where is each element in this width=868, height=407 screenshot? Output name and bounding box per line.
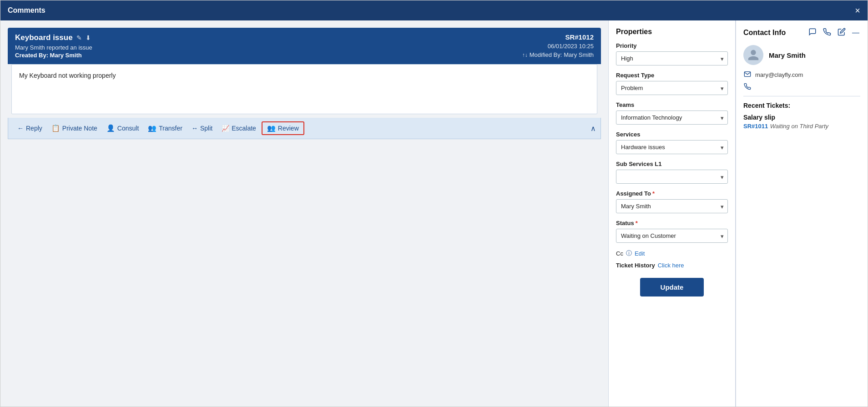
reply-label: Reply (26, 125, 42, 132)
status-required: * (636, 220, 638, 226)
services-label: Services (616, 131, 728, 138)
app-window: Comments × Keyboard issue ✎ ⬇ Mary Smith… (0, 0, 868, 407)
ticket-date: 06/01/2023 10:25 (522, 43, 594, 50)
transfer-icon: 👥 (148, 124, 156, 132)
ticket-history-label: Ticket History (616, 262, 655, 269)
consult-icon: 👤 (106, 124, 115, 132)
private-note-label: Private Note (62, 125, 97, 132)
sub-services-label: Sub Services L1 (616, 161, 728, 167)
priority-label: Priority (616, 42, 728, 49)
email-icon (743, 70, 752, 79)
ticket-history-link[interactable]: Click here (658, 262, 684, 269)
transfer-button[interactable]: 👥 Transfer (144, 122, 186, 135)
contact-chat-icon[interactable] (807, 27, 818, 39)
phone-detail-icon (743, 83, 752, 91)
recent-tickets-title: Recent Tickets: (743, 102, 860, 109)
consult-button[interactable]: 👤 Consult (103, 122, 142, 135)
sub-services-field-group: Sub Services L1 (616, 161, 728, 184)
ticket-sr-number: SR#1012 (522, 33, 594, 41)
priority-select[interactable]: High (616, 51, 728, 65)
recent-ticket-status: Waiting on Third Party (770, 123, 828, 130)
escalate-label: Escalate (232, 125, 256, 132)
ticket-meta-right: SR#1012 06/01/2023 10:25 ↑↓ Modified By:… (522, 33, 594, 58)
private-note-icon: 📋 (51, 124, 60, 132)
status-field-group: Status * Waiting on Customer (616, 220, 728, 243)
title-bar: Comments × (0, 0, 868, 20)
ticket-title-row: Keyboard issue ✎ ⬇ (15, 33, 92, 42)
split-button[interactable]: ↔ Split (188, 122, 216, 134)
sort-icon: ↑↓ (522, 52, 528, 58)
ticket-history-row: Ticket History Click here (616, 262, 728, 269)
split-icon: ↔ (192, 125, 198, 132)
action-bar-collapse-button[interactable]: ∧ (590, 124, 596, 133)
contact-email: mary@clayfly.com (755, 71, 803, 78)
status-select[interactable]: Waiting on Customer (616, 229, 728, 243)
contact-info-title: Contact Info (743, 29, 786, 37)
cc-edit-link[interactable]: Edit (635, 250, 645, 257)
cc-info-icon: ⓘ (626, 249, 632, 257)
contact-phone-row (743, 83, 860, 91)
cc-label: Cc (616, 250, 623, 257)
ticket-card-header: Keyboard issue ✎ ⬇ Mary Smith reported a… (8, 28, 601, 64)
properties-panel: Properties Priority High Request Type Pr… (608, 20, 736, 407)
created-by-value: Mary Smith (50, 52, 82, 59)
contact-avatar (743, 45, 763, 65)
private-note-button[interactable]: 📋 Private Note (48, 122, 101, 135)
cc-row: Cc ⓘ Edit (616, 249, 728, 257)
close-button[interactable]: × (855, 6, 860, 15)
contact-divider (743, 96, 860, 96)
contact-phone-icon[interactable] (822, 27, 832, 39)
teams-label: Teams (616, 101, 728, 108)
review-label: Review (278, 125, 299, 132)
recent-ticket-item: Salary slip SR#1011 Waiting on Third Par… (743, 114, 860, 130)
services-select[interactable]: Hardware issues (616, 140, 728, 154)
request-type-field-group: Request Type Problem (616, 72, 728, 95)
transfer-label: Transfer (159, 125, 182, 132)
review-icon: 👥 (267, 124, 276, 132)
review-button[interactable]: 👥 Review (262, 121, 304, 135)
contact-edit-icon[interactable] (837, 27, 847, 39)
sub-services-select[interactable] (616, 170, 728, 184)
created-by-label: Created By: (15, 52, 48, 59)
reply-button[interactable]: ← Reply (14, 122, 46, 134)
contact-header-icons: — (807, 27, 860, 39)
properties-title: Properties (616, 28, 728, 36)
ticket-edit-icon[interactable]: ✎ (76, 34, 82, 41)
teams-select[interactable]: Information Technology (616, 111, 728, 125)
assigned-to-label: Assigned To * (616, 190, 728, 197)
contact-minimize-icon[interactable]: — (851, 28, 860, 38)
main-content: Keyboard issue ✎ ⬇ Mary Smith reported a… (0, 20, 868, 407)
recent-ticket-sr-link[interactable]: SR#1011 (743, 123, 768, 130)
split-label: Split (200, 125, 212, 132)
contact-user-row: Mary Smith (743, 45, 860, 65)
modified-by-label: Modified By: (530, 51, 562, 58)
ticket-title-text: Keyboard issue (15, 33, 73, 42)
assigned-to-required: * (652, 190, 655, 197)
ticket-modified: ↑↓ Modified By: Mary Smith (522, 51, 594, 58)
assigned-to-select[interactable]: Mary Smith (616, 199, 728, 213)
escalate-button[interactable]: 📈 Escalate (218, 122, 260, 134)
request-type-label: Request Type (616, 72, 728, 79)
reply-arrow-icon: ← (17, 125, 24, 132)
ticket-body: My Keyboard not working properly (11, 64, 597, 114)
assigned-to-select-wrapper: Mary Smith (616, 199, 728, 213)
status-label: Status * (616, 220, 728, 226)
sub-services-select-wrapper (616, 170, 728, 184)
escalate-icon: 📈 (222, 125, 229, 132)
recent-ticket-detail-row: SR#1011 Waiting on Third Party (743, 122, 860, 130)
assigned-to-field-group: Assigned To * Mary Smith (616, 190, 728, 213)
ticket-card: Keyboard issue ✎ ⬇ Mary Smith reported a… (8, 28, 601, 64)
update-button[interactable]: Update (640, 278, 704, 296)
title-bar-title: Comments (8, 6, 45, 15)
services-field-group: Services Hardware issues (616, 131, 728, 154)
ticket-reporter: Mary Smith reported an issue (15, 44, 92, 51)
contact-info-panel: Contact Info (736, 20, 868, 407)
request-type-select-wrapper: Problem (616, 81, 728, 95)
priority-select-wrapper: High (616, 51, 728, 65)
action-bar: ← Reply 📋 Private Note 👤 Consult 👥 Trans… (8, 118, 601, 139)
request-type-select[interactable]: Problem (616, 81, 728, 95)
ticket-title-section: Keyboard issue ✎ ⬇ Mary Smith reported a… (15, 33, 92, 59)
consult-label: Consult (117, 125, 139, 132)
ticket-download-icon[interactable]: ⬇ (86, 34, 91, 41)
contact-email-row: mary@clayfly.com (743, 70, 860, 79)
